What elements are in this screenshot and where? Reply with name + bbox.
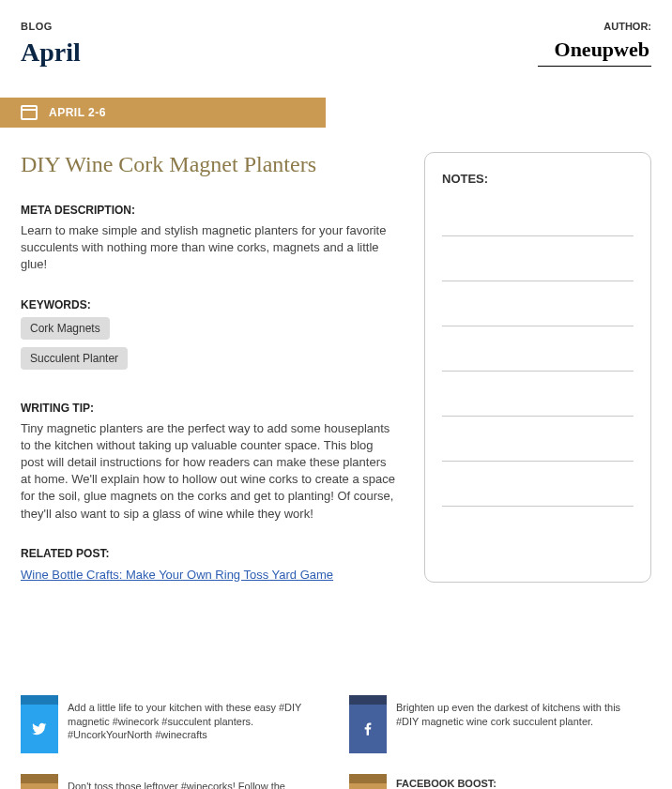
notes-line[interactable]: [442, 208, 634, 236]
notes-panel: NOTES:: [424, 152, 651, 583]
twitter-text: Add a little life to your kitchen with t…: [58, 695, 323, 753]
notes-line[interactable]: [442, 433, 634, 462]
date-range: APRIL 2-6: [49, 106, 106, 119]
facebook-icon: [349, 705, 387, 753]
meta-description-text: Learn to make simple and stylish magneti…: [21, 222, 396, 274]
notes-line[interactable]: [442, 478, 634, 507]
post-title: DIY Wine Cork Magnet Planters: [21, 152, 396, 177]
calendar-icon: [21, 105, 38, 120]
notes-label: NOTES:: [442, 172, 634, 186]
facebook-text: Brighten up even the darkest of kitchens…: [387, 695, 651, 753]
twitter-icon: [21, 705, 58, 753]
notes-line[interactable]: [442, 343, 634, 372]
meta-description-label: META DESCRIPTION:: [21, 204, 396, 217]
writing-tip-label: WRITING TIP:: [21, 402, 396, 415]
keywords-label: KEYWORDS:: [21, 298, 396, 311]
facebook-boost-label: FACEBOOK BOOST:: [396, 778, 496, 789]
brand-name: Oneupweb: [538, 38, 651, 62]
boost-icon: [349, 783, 387, 789]
notes-line[interactable]: [442, 388, 634, 417]
facebook-boost-block: FACEBOOK BOOST: $15: [349, 774, 651, 789]
page-month: April: [21, 38, 81, 68]
blog-label: BLOG: [21, 21, 81, 32]
author-label: AUTHOR:: [538, 21, 651, 32]
instagram-text: Don't toss those leftover #winecorks! Fo…: [58, 774, 323, 789]
instagram-icon: [21, 783, 58, 789]
related-post-link[interactable]: Wine Bottle Crafts: Make Your Own Ring T…: [21, 568, 333, 582]
facebook-block: Brighten up even the darkest of kitchens…: [349, 695, 651, 753]
keyword-tag[interactable]: Cork Magnets: [21, 317, 110, 340]
related-post-label: RELATED POST:: [21, 547, 396, 560]
notes-line[interactable]: [442, 253, 634, 281]
notes-line[interactable]: [442, 298, 634, 326]
keyword-tag[interactable]: Succulent Planter: [21, 347, 128, 370]
twitter-block: Add a little life to your kitchen with t…: [21, 695, 323, 753]
writing-tip-text: Tiny magnetic planters are the perfect w…: [21, 420, 396, 523]
instagram-block: Don't toss those leftover #winecorks! Fo…: [21, 774, 323, 789]
date-bar: APRIL 2-6: [0, 98, 326, 128]
